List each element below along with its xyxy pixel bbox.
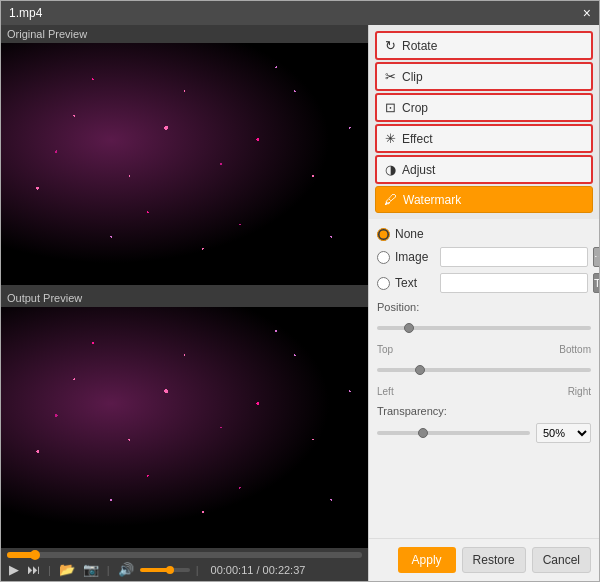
text-input[interactable] bbox=[440, 273, 588, 293]
watermark-icon: 🖊 bbox=[384, 192, 397, 207]
progress-track[interactable] bbox=[7, 552, 362, 558]
play-button[interactable]: ▶ bbox=[7, 562, 21, 577]
output-preview-block: Output Preview bbox=[1, 289, 368, 549]
progress-bar-container[interactable] bbox=[7, 552, 362, 558]
crop-icon: ⊡ bbox=[385, 100, 396, 115]
watermark-button[interactable]: 🖊 Watermark bbox=[375, 186, 593, 213]
h-position-slider-container[interactable] bbox=[377, 319, 591, 337]
none-radio-row: None bbox=[377, 227, 591, 241]
text-label: Text bbox=[395, 276, 435, 290]
playback-controls: ▶ ⏭ | 📂 📷 | 🔊 | 00:00:11 / 00:22:37 bbox=[7, 562, 362, 577]
effect-icon: ✳ bbox=[385, 131, 396, 146]
original-preview-area bbox=[1, 43, 368, 285]
watermark-label: Watermark bbox=[403, 193, 461, 207]
image-label: Image bbox=[395, 250, 435, 264]
transparency-row: 50% bbox=[377, 423, 591, 443]
top-label: Top bbox=[377, 344, 393, 355]
clip-button[interactable]: ✂ Clip bbox=[375, 62, 593, 91]
h-position-track[interactable] bbox=[377, 326, 591, 330]
crop-button[interactable]: ⊡ Crop bbox=[375, 93, 593, 122]
restore-button[interactable]: Restore bbox=[462, 547, 526, 573]
transparency-thumb[interactable] bbox=[418, 428, 428, 438]
crop-label: Crop bbox=[402, 101, 428, 115]
progress-thumb[interactable] bbox=[30, 550, 40, 560]
controls-bar: ▶ ⏭ | 📂 📷 | 🔊 | 00:00:11 / 00:22:37 bbox=[1, 548, 368, 581]
v-position-slider-container[interactable] bbox=[377, 361, 591, 379]
rotate-button[interactable]: ↻ Rotate bbox=[375, 31, 593, 60]
time-current: 00:00:11 bbox=[211, 564, 254, 576]
adjust-icon: ◑ bbox=[385, 162, 396, 177]
text-radio[interactable] bbox=[377, 277, 390, 290]
output-preview-label: Output Preview bbox=[1, 289, 368, 307]
time-separator: / bbox=[256, 564, 259, 576]
main-window: 1.mp4 × Original Preview Out bbox=[0, 0, 600, 582]
h-position-thumb[interactable] bbox=[404, 323, 414, 333]
transparency-slider-container[interactable] bbox=[377, 424, 530, 442]
output-video bbox=[1, 307, 368, 549]
effect-label: Effect bbox=[402, 132, 432, 146]
h-position-labels: Top Bottom bbox=[377, 344, 591, 355]
volume-thumb[interactable] bbox=[166, 566, 174, 574]
apply-button[interactable]: Apply bbox=[398, 547, 456, 573]
window-title: 1.mp4 bbox=[9, 6, 42, 20]
original-preview-block: Original Preview bbox=[1, 25, 368, 285]
none-label: None bbox=[395, 227, 435, 241]
image-radio[interactable] bbox=[377, 251, 390, 264]
position-label: Position: bbox=[377, 301, 591, 313]
fast-forward-button[interactable]: ⏭ bbox=[25, 562, 42, 577]
right-label: Right bbox=[568, 386, 591, 397]
separator-2: | bbox=[107, 564, 110, 576]
separator-1: | bbox=[48, 564, 51, 576]
original-preview-label: Original Preview bbox=[1, 25, 368, 43]
volume-slider[interactable] bbox=[140, 568, 190, 572]
separator-3: | bbox=[196, 564, 199, 576]
transparency-label: Transparency: bbox=[377, 405, 591, 417]
output-particle-bg bbox=[1, 307, 368, 549]
image-input[interactable] bbox=[440, 247, 588, 267]
time-total: 00:22:37 bbox=[263, 564, 306, 576]
output-preview-area bbox=[1, 307, 368, 549]
none-radio[interactable] bbox=[377, 228, 390, 241]
text-format-button[interactable]: T bbox=[593, 273, 599, 293]
text-radio-row: Text T ⧖ bbox=[377, 273, 591, 293]
main-content: Original Preview Output Preview bbox=[1, 25, 599, 581]
volume-button[interactable]: 🔊 bbox=[116, 562, 136, 577]
clip-icon: ✂ bbox=[385, 69, 396, 84]
rotate-label: Rotate bbox=[402, 39, 437, 53]
rotate-icon: ↻ bbox=[385, 38, 396, 53]
close-button[interactable]: × bbox=[583, 6, 591, 20]
right-panel: ↻ Rotate ✂ Clip ⊡ Crop ✳ Effect ◑ bbox=[369, 25, 599, 581]
text-format-icon: T bbox=[594, 277, 599, 289]
transparency-select[interactable]: 50% bbox=[536, 423, 591, 443]
original-video bbox=[1, 43, 368, 285]
transparency-track[interactable] bbox=[377, 431, 530, 435]
preview-sections: Original Preview Output Preview bbox=[1, 25, 368, 548]
original-particle-bg bbox=[1, 43, 368, 285]
folder-button[interactable]: 📂 bbox=[57, 562, 77, 577]
left-panel: Original Preview Output Preview bbox=[1, 25, 369, 581]
adjust-button[interactable]: ◑ Adjust bbox=[375, 155, 593, 184]
clip-label: Clip bbox=[402, 70, 423, 84]
cancel-button[interactable]: Cancel bbox=[532, 547, 591, 573]
v-position-labels: Left Right bbox=[377, 386, 591, 397]
left-label: Left bbox=[377, 386, 394, 397]
bottom-label: Bottom bbox=[559, 344, 591, 355]
titlebar: 1.mp4 × bbox=[1, 1, 599, 25]
camera-button[interactable]: 📷 bbox=[81, 562, 101, 577]
browse-icon: ⋯ bbox=[594, 251, 599, 264]
watermark-panel: None Image ⋯ Text T bbox=[369, 219, 599, 538]
image-radio-row: Image ⋯ bbox=[377, 247, 591, 267]
bottom-buttons: Apply Restore Cancel bbox=[369, 538, 599, 581]
image-browse-button[interactable]: ⋯ bbox=[593, 247, 599, 267]
v-position-track[interactable] bbox=[377, 368, 591, 372]
toolbar-buttons: ↻ Rotate ✂ Clip ⊡ Crop ✳ Effect ◑ bbox=[369, 25, 599, 219]
v-position-thumb[interactable] bbox=[415, 365, 425, 375]
adjust-label: Adjust bbox=[402, 163, 435, 177]
time-display: 00:00:11 / 00:22:37 bbox=[211, 564, 306, 576]
effect-button[interactable]: ✳ Effect bbox=[375, 124, 593, 153]
